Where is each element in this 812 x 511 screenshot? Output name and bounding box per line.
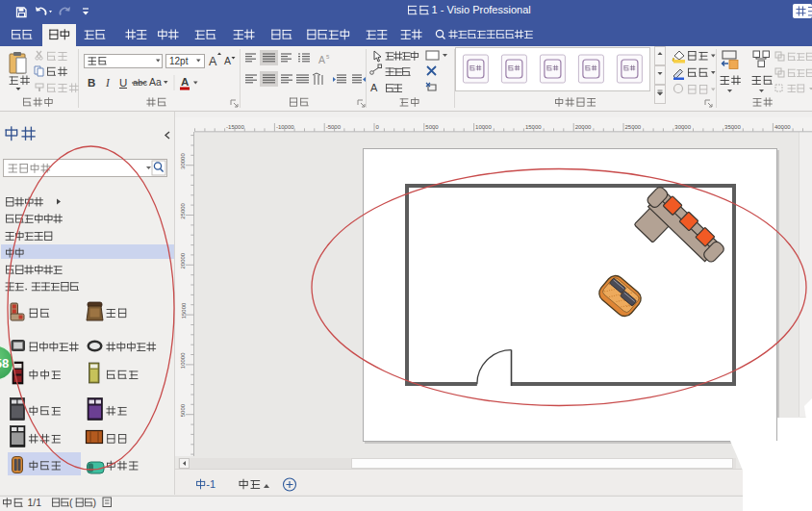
svg-text:0: 0 [376, 124, 380, 130]
svg-text:30000: 30000 [674, 124, 691, 130]
svg-text:(: ( [69, 497, 73, 508]
svg-text:1 - Visio Professional: 1 - Visio Professional [432, 4, 531, 15]
svg-text:10000: 10000 [181, 352, 187, 369]
svg-text:30000: 30000 [181, 153, 187, 169]
svg-text:A: A [318, 54, 325, 65]
svg-text:-5000: -5000 [326, 124, 342, 130]
svg-text:10000: 10000 [475, 124, 492, 130]
svg-text:-1: -1 [206, 478, 216, 490]
svg-text:58: 58 [0, 356, 9, 370]
svg-text:A: A [181, 76, 189, 88]
svg-text:-10000: -10000 [276, 124, 294, 130]
svg-text:5000: 5000 [425, 124, 439, 130]
svg-text:15000: 15000 [181, 302, 187, 319]
svg-text:1/1: 1/1 [28, 497, 42, 508]
svg-text:15000: 15000 [525, 124, 542, 130]
svg-text:-15000: -15000 [226, 124, 244, 130]
svg-text:35000: 35000 [724, 124, 741, 130]
svg-text:A: A [224, 55, 231, 66]
svg-text:20000: 20000 [575, 124, 592, 130]
svg-text:A: A [209, 55, 217, 68]
svg-text:B: B [88, 77, 95, 89]
svg-text:40000: 40000 [774, 124, 791, 130]
svg-text:5: 5 [326, 54, 330, 60]
svg-text:U: U [119, 77, 127, 89]
svg-text:25000: 25000 [625, 124, 642, 130]
svg-text:25000: 25000 [181, 202, 187, 218]
svg-text:12pt: 12pt [169, 56, 189, 66]
svg-text:I: I [105, 77, 111, 89]
svg-text:Aa: Aa [149, 76, 162, 88]
svg-text:5000: 5000 [181, 403, 187, 417]
svg-text:20000: 20000 [181, 252, 187, 268]
svg-text:A: A [370, 82, 378, 93]
svg-text:): ) [93, 497, 97, 508]
